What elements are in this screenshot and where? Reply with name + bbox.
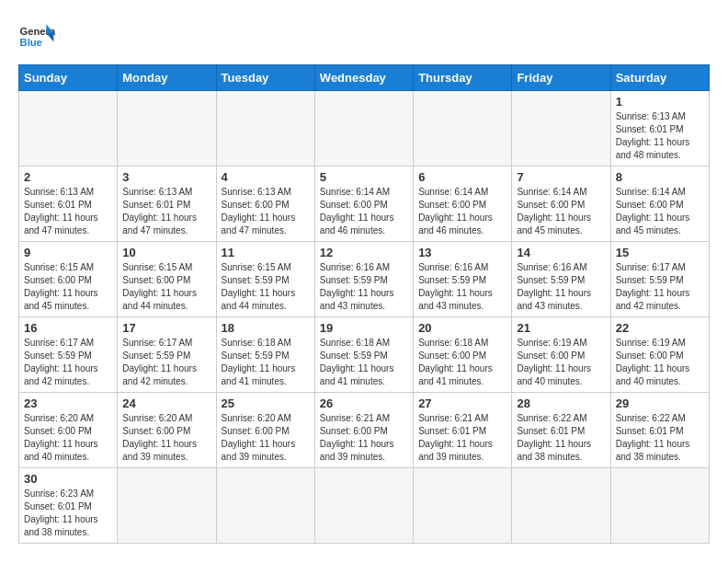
day-number: 16 <box>24 321 112 335</box>
day-number: 28 <box>517 396 605 410</box>
day-info: Sunrise: 6:17 AM Sunset: 5:59 PM Dayligh… <box>122 337 210 388</box>
day-number: 24 <box>122 396 210 410</box>
col-header-wednesday: Wednesday <box>314 65 413 91</box>
svg-text:Blue: Blue <box>20 37 42 48</box>
col-header-sunday: Sunday <box>19 65 118 91</box>
day-info: Sunrise: 6:14 AM Sunset: 6:00 PM Dayligh… <box>320 186 408 237</box>
day-info: Sunrise: 6:23 AM Sunset: 6:01 PM Dayligh… <box>24 488 112 539</box>
day-number: 1 <box>616 95 704 109</box>
calendar-header-row: SundayMondayTuesdayWednesdayThursdayFrid… <box>19 65 710 91</box>
calendar-day-cell <box>118 468 216 544</box>
day-info: Sunrise: 6:20 AM Sunset: 6:00 PM Dayligh… <box>122 412 210 464</box>
calendar-week-6: 30Sunrise: 6:23 AM Sunset: 6:01 PM Dayli… <box>19 468 710 544</box>
day-number: 21 <box>517 321 605 335</box>
day-number: 22 <box>616 321 704 335</box>
day-number: 27 <box>418 396 506 410</box>
calendar-day-cell: 30Sunrise: 6:23 AM Sunset: 6:01 PM Dayli… <box>19 468 118 544</box>
day-info: Sunrise: 6:18 AM Sunset: 6:00 PM Dayligh… <box>418 337 506 388</box>
day-info: Sunrise: 6:19 AM Sunset: 6:00 PM Dayligh… <box>616 337 704 388</box>
calendar-day-cell: 10Sunrise: 6:15 AM Sunset: 6:00 PM Dayli… <box>118 242 216 317</box>
col-header-monday: Monday <box>118 65 216 91</box>
calendar-day-cell: 7Sunrise: 6:14 AM Sunset: 6:00 PM Daylig… <box>512 167 610 242</box>
day-info: Sunrise: 6:15 AM Sunset: 6:00 PM Dayligh… <box>24 261 112 313</box>
calendar-day-cell: 26Sunrise: 6:21 AM Sunset: 6:00 PM Dayli… <box>314 393 413 468</box>
day-info: Sunrise: 6:14 AM Sunset: 6:00 PM Dayligh… <box>418 186 506 237</box>
day-info: Sunrise: 6:20 AM Sunset: 6:00 PM Dayligh… <box>222 412 310 464</box>
day-number: 7 <box>517 170 605 184</box>
logo: General Blue <box>18 18 55 55</box>
day-number: 19 <box>320 321 408 335</box>
calendar-day-cell <box>314 468 413 544</box>
page-header: General Blue <box>18 18 710 55</box>
day-info: Sunrise: 6:13 AM Sunset: 6:01 PM Dayligh… <box>122 186 210 237</box>
day-number: 6 <box>418 170 506 184</box>
calendar-day-cell: 23Sunrise: 6:20 AM Sunset: 6:00 PM Dayli… <box>19 393 118 468</box>
day-number: 29 <box>616 396 704 410</box>
day-info: Sunrise: 6:14 AM Sunset: 6:00 PM Dayligh… <box>517 186 605 237</box>
calendar-day-cell: 14Sunrise: 6:16 AM Sunset: 5:59 PM Dayli… <box>512 242 610 317</box>
day-number: 20 <box>418 321 506 335</box>
day-info: Sunrise: 6:21 AM Sunset: 6:01 PM Dayligh… <box>418 412 506 464</box>
day-info: Sunrise: 6:13 AM Sunset: 6:01 PM Dayligh… <box>616 110 704 162</box>
calendar-day-cell <box>414 91 512 167</box>
calendar-week-3: 9Sunrise: 6:15 AM Sunset: 6:00 PM Daylig… <box>19 242 710 317</box>
day-number: 15 <box>616 246 704 259</box>
col-header-thursday: Thursday <box>414 65 512 91</box>
svg-marker-3 <box>46 33 53 42</box>
calendar-day-cell: 18Sunrise: 6:18 AM Sunset: 5:59 PM Dayli… <box>216 317 314 393</box>
calendar-day-cell: 8Sunrise: 6:14 AM Sunset: 6:00 PM Daylig… <box>610 167 709 242</box>
day-info: Sunrise: 6:17 AM Sunset: 5:59 PM Dayligh… <box>24 337 112 388</box>
day-info: Sunrise: 6:22 AM Sunset: 6:01 PM Dayligh… <box>517 412 605 464</box>
calendar-day-cell <box>19 91 118 167</box>
day-number: 8 <box>616 170 704 184</box>
calendar-day-cell <box>118 91 216 167</box>
day-info: Sunrise: 6:21 AM Sunset: 6:00 PM Dayligh… <box>320 412 408 464</box>
day-number: 25 <box>222 396 310 410</box>
day-number: 13 <box>418 246 506 259</box>
day-number: 14 <box>517 246 605 259</box>
day-info: Sunrise: 6:20 AM Sunset: 6:00 PM Dayligh… <box>24 412 112 464</box>
calendar-week-1: 1Sunrise: 6:13 AM Sunset: 6:01 PM Daylig… <box>19 91 710 167</box>
day-number: 11 <box>222 246 310 259</box>
calendar-day-cell <box>512 468 610 544</box>
day-info: Sunrise: 6:19 AM Sunset: 6:00 PM Dayligh… <box>517 337 605 388</box>
day-info: Sunrise: 6:15 AM Sunset: 6:00 PM Dayligh… <box>122 261 210 313</box>
calendar-day-cell <box>216 91 314 167</box>
calendar-day-cell <box>512 91 610 167</box>
calendar-day-cell: 29Sunrise: 6:22 AM Sunset: 6:01 PM Dayli… <box>610 393 709 468</box>
calendar-day-cell: 19Sunrise: 6:18 AM Sunset: 5:59 PM Dayli… <box>314 317 413 393</box>
day-number: 10 <box>122 246 210 259</box>
calendar-week-2: 2Sunrise: 6:13 AM Sunset: 6:01 PM Daylig… <box>19 167 710 242</box>
calendar-day-cell: 21Sunrise: 6:19 AM Sunset: 6:00 PM Dayli… <box>512 317 610 393</box>
calendar-day-cell <box>610 468 709 544</box>
calendar-day-cell: 13Sunrise: 6:16 AM Sunset: 5:59 PM Dayli… <box>414 242 512 317</box>
day-info: Sunrise: 6:17 AM Sunset: 5:59 PM Dayligh… <box>616 261 704 313</box>
calendar-day-cell: 25Sunrise: 6:20 AM Sunset: 6:00 PM Dayli… <box>216 393 314 468</box>
day-info: Sunrise: 6:18 AM Sunset: 5:59 PM Dayligh… <box>222 337 310 388</box>
calendar-day-cell: 15Sunrise: 6:17 AM Sunset: 5:59 PM Dayli… <box>610 242 709 317</box>
day-info: Sunrise: 6:16 AM Sunset: 5:59 PM Dayligh… <box>320 261 408 313</box>
day-number: 5 <box>320 170 408 184</box>
calendar-day-cell: 16Sunrise: 6:17 AM Sunset: 5:59 PM Dayli… <box>19 317 118 393</box>
col-header-friday: Friday <box>512 65 610 91</box>
day-number: 17 <box>122 321 210 335</box>
calendar-day-cell: 9Sunrise: 6:15 AM Sunset: 6:00 PM Daylig… <box>19 242 118 317</box>
calendar-day-cell: 11Sunrise: 6:15 AM Sunset: 5:59 PM Dayli… <box>216 242 314 317</box>
col-header-saturday: Saturday <box>610 65 709 91</box>
calendar-day-cell: 4Sunrise: 6:13 AM Sunset: 6:00 PM Daylig… <box>216 167 314 242</box>
logo-icon: General Blue <box>18 18 55 55</box>
day-number: 26 <box>320 396 408 410</box>
day-info: Sunrise: 6:16 AM Sunset: 5:59 PM Dayligh… <box>418 261 506 313</box>
calendar-week-4: 16Sunrise: 6:17 AM Sunset: 5:59 PM Dayli… <box>19 317 710 393</box>
calendar-day-cell: 27Sunrise: 6:21 AM Sunset: 6:01 PM Dayli… <box>414 393 512 468</box>
calendar-table: SundayMondayTuesdayWednesdayThursdayFrid… <box>18 64 710 544</box>
calendar-week-5: 23Sunrise: 6:20 AM Sunset: 6:00 PM Dayli… <box>19 393 710 468</box>
day-number: 4 <box>222 170 310 184</box>
calendar-day-cell: 6Sunrise: 6:14 AM Sunset: 6:00 PM Daylig… <box>414 167 512 242</box>
day-number: 18 <box>222 321 310 335</box>
day-number: 30 <box>24 472 112 486</box>
day-info: Sunrise: 6:14 AM Sunset: 6:00 PM Dayligh… <box>616 186 704 237</box>
calendar-day-cell <box>414 468 512 544</box>
day-number: 12 <box>320 246 408 259</box>
day-info: Sunrise: 6:18 AM Sunset: 5:59 PM Dayligh… <box>320 337 408 388</box>
